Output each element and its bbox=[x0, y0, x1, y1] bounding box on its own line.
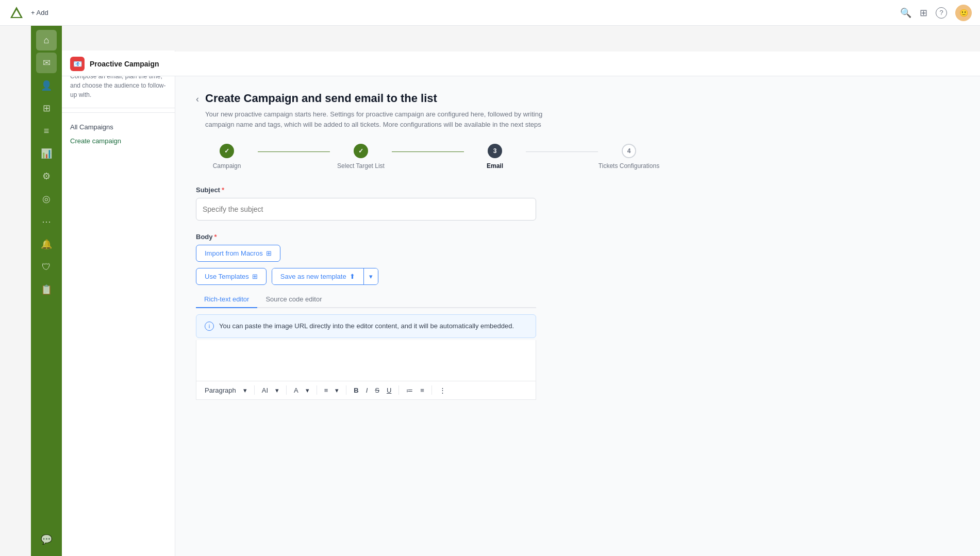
toolbar-bullet-list[interactable]: ≔ bbox=[404, 385, 415, 395]
step-circle-4: 4 bbox=[622, 144, 636, 158]
toolbar-ai[interactable]: AI bbox=[260, 385, 270, 395]
toolbar-underline[interactable]: U bbox=[385, 385, 393, 395]
templates-grid-icon: ⊞ bbox=[252, 273, 258, 280]
back-button[interactable]: ‹ bbox=[196, 94, 199, 105]
breadcrumb-icon: 📧 bbox=[70, 57, 85, 71]
step-label-2: Select Target List bbox=[337, 162, 385, 170]
toolbar-divider-3 bbox=[317, 385, 317, 395]
step-line-2 bbox=[392, 151, 464, 152]
btn-row-2: Use Templates ⊞ Save as new template ⬆ ▾ bbox=[196, 268, 536, 285]
save-template-label: Save as new template bbox=[280, 273, 346, 280]
sidebar-nav-create-campaign[interactable]: Create campaign bbox=[70, 135, 167, 147]
toolbar-divider-1 bbox=[254, 385, 255, 395]
breadcrumb-title: Proactive Campaign bbox=[90, 60, 159, 68]
breadcrumb-bar: 📧 Proactive Campaign bbox=[62, 52, 980, 76]
toolbar-divider-6 bbox=[431, 385, 432, 395]
help-icon[interactable]: ? bbox=[936, 7, 947, 19]
sidebar-item-knowledge[interactable]: ≡ bbox=[36, 121, 57, 141]
sidebar-item-home[interactable]: ⌂ bbox=[36, 30, 57, 50]
import-macros-button[interactable]: Import from Macros ⊞ bbox=[196, 245, 280, 262]
editor-toolbar: Paragraph ▾ AI ▾ A ▾ ≡ ▾ B I bbox=[196, 381, 536, 400]
step-label-1: Campaign bbox=[213, 162, 241, 170]
stepper: ✓ Campaign ✓ Select Target List 3 Email bbox=[196, 144, 660, 170]
macros-icon: ⊞ bbox=[266, 249, 272, 257]
sidebar-nav: All Campaigns Create campaign bbox=[62, 112, 175, 155]
sidebar-item-reports[interactable]: ⊞ bbox=[36, 98, 57, 119]
info-text: You can paste the image URL directly int… bbox=[219, 321, 514, 331]
save-template-dropdown[interactable]: ▾ bbox=[364, 268, 378, 284]
form-section: Subject * Body * Import from Macros ⊞ bbox=[196, 186, 536, 400]
use-templates-button[interactable]: Use Templates ⊞ bbox=[196, 268, 267, 285]
top-bar: + Add 🔍 ⊞ ? 🙂 bbox=[0, 0, 980, 26]
page-header-text: Create Campaign and send email to the li… bbox=[205, 92, 556, 129]
info-icon: i bbox=[205, 322, 214, 331]
sidebar-item-notifications[interactable]: 🔔 bbox=[36, 234, 57, 255]
add-button[interactable]: + Add bbox=[31, 9, 48, 16]
toolbar-paragraph[interactable]: Paragraph bbox=[203, 385, 238, 395]
sidebar-item-shield[interactable]: 🛡 bbox=[36, 257, 57, 277]
toolbar-ai-dropdown[interactable]: ▾ bbox=[273, 385, 281, 395]
toolbar-align-dropdown[interactable]: ▾ bbox=[333, 385, 341, 395]
subject-required: * bbox=[222, 186, 224, 194]
toolbar-ordered-list[interactable]: ≡ bbox=[418, 385, 426, 395]
step-tickets: 4 Tickets Configurations bbox=[598, 144, 660, 170]
toolbar-divider-5 bbox=[398, 385, 399, 395]
step-campaign: ✓ Campaign bbox=[196, 144, 258, 170]
toolbar-italic[interactable]: I bbox=[364, 385, 370, 395]
apps-icon[interactable]: ⊞ bbox=[920, 7, 927, 19]
secondary-sidebar: Campaigns i Compose an email, plan the t… bbox=[62, 50, 175, 556]
toolbar-divider-4 bbox=[346, 385, 346, 395]
main-wrapper: ⌂ ✉ 👤 ⊞ ≡ 📊 ⚙ ◎ ⋯ 🔔 🛡 📋 💬 📧 Proactive Ca… bbox=[31, 26, 980, 556]
sidebar-item-inbox[interactable]: ✉ bbox=[36, 53, 57, 73]
use-templates-label: Use Templates bbox=[205, 273, 249, 280]
step-line-3 bbox=[526, 151, 598, 152]
content-area: ‹ Create Campaign and send email to the … bbox=[175, 75, 980, 556]
sidebar-item-survey[interactable]: 📋 bbox=[36, 279, 57, 300]
toolbar-paragraph-dropdown[interactable]: ▾ bbox=[241, 385, 249, 395]
body-required: * bbox=[214, 233, 217, 241]
step-select-list: ✓ Select Target List bbox=[330, 144, 392, 170]
sidebar-item-settings[interactable]: ⚙ bbox=[36, 166, 57, 187]
step-circle-2: ✓ bbox=[354, 144, 368, 158]
avatar[interactable]: 🙂 bbox=[955, 5, 972, 21]
save-template-button[interactable]: Save as new template ⬆ bbox=[272, 268, 364, 284]
import-macros-label: Import from Macros bbox=[205, 249, 263, 257]
tab-richtext[interactable]: Rich-text editor bbox=[196, 291, 257, 308]
logo bbox=[8, 5, 25, 21]
page-title: Create Campaign and send email to the li… bbox=[205, 92, 556, 105]
sidebar-item-monitoring[interactable]: ◎ bbox=[36, 189, 57, 209]
step-label-4: Tickets Configurations bbox=[599, 162, 659, 170]
body-label: Body * bbox=[196, 233, 536, 241]
toolbar-bold[interactable]: B bbox=[352, 385, 360, 395]
top-icons: 🔍 ⊞ ? 🙂 bbox=[900, 5, 972, 21]
toolbar-font-size-dropdown[interactable]: ▾ bbox=[304, 385, 311, 395]
toolbar-divider-2 bbox=[286, 385, 287, 395]
btn-row-1: Import from Macros ⊞ bbox=[196, 245, 536, 262]
editor-tabs: Rich-text editor Source code editor bbox=[196, 291, 536, 308]
page-description: Your new proactive campaign starts here.… bbox=[205, 109, 556, 129]
toolbar-align[interactable]: ≡ bbox=[322, 385, 330, 395]
page-header: ‹ Create Campaign and send email to the … bbox=[196, 92, 959, 129]
toolbar-more[interactable]: ⋮ bbox=[437, 385, 448, 395]
save-template-group: Save as new template ⬆ ▾ bbox=[272, 268, 378, 285]
sidebar-item-analytics[interactable]: 📊 bbox=[36, 143, 57, 164]
sidebar-item-contacts[interactable]: 👤 bbox=[36, 75, 57, 96]
step-line-1 bbox=[258, 151, 330, 152]
info-box: i You can paste the image URL directly i… bbox=[196, 314, 536, 338]
search-icon[interactable]: 🔍 bbox=[900, 7, 911, 19]
step-label-3: Email bbox=[487, 162, 503, 170]
tab-source[interactable]: Source code editor bbox=[257, 291, 330, 308]
sidebar-item-chat[interactable]: 💬 bbox=[36, 529, 57, 550]
dropdown-chevron-icon: ▾ bbox=[369, 273, 373, 280]
toolbar-font-size[interactable]: A bbox=[292, 385, 301, 395]
toolbar-strikethrough[interactable]: S bbox=[373, 385, 381, 395]
subject-input[interactable] bbox=[196, 198, 536, 221]
upload-icon: ⬆ bbox=[350, 273, 355, 280]
editor-area[interactable] bbox=[196, 340, 536, 381]
step-circle-3: 3 bbox=[488, 144, 502, 158]
sidebar-item-apps[interactable]: ⋯ bbox=[36, 211, 57, 232]
icon-sidebar: ⌂ ✉ 👤 ⊞ ≡ 📊 ⚙ ◎ ⋯ 🔔 🛡 📋 💬 bbox=[31, 26, 62, 556]
sidebar-nav-all-campaigns[interactable]: All Campaigns bbox=[70, 121, 167, 133]
step-email: 3 Email bbox=[464, 144, 526, 170]
subject-label: Subject * bbox=[196, 186, 536, 194]
